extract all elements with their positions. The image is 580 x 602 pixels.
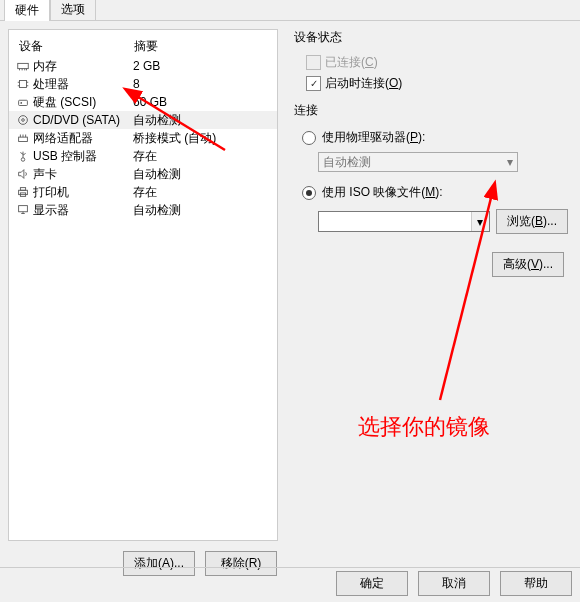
device-name: CD/DVD (SATA) [33,113,133,127]
device-value: 自动检测 [133,112,271,129]
physical-drive-value: 自动检测 [323,154,371,171]
device-list-header: 设备 摘要 [9,36,277,57]
connection-group: 连接 使用物理驱动器(P): 自动检测 ▾ 使用 ISO 映像文件(M): ▾ … [290,102,568,234]
connect-at-power-checkbox[interactable] [306,76,321,91]
device-name: 处理器 [33,76,133,93]
device-status-group: 设备状态 已连接(C) 启动时连接(O) [290,29,568,94]
disk-icon [15,94,31,110]
physical-drive-dropdown: 自动检测 ▾ [318,152,518,172]
device-row[interactable]: CD/DVD (SATA) 自动检测 [9,111,277,129]
header-device: 设备 [19,38,134,55]
physical-drive-label: 使用物理驱动器(P): [322,129,425,146]
help-button[interactable]: 帮助 [500,571,572,596]
device-row[interactable]: 声卡 自动检测 [9,165,277,183]
iso-file-label: 使用 ISO 映像文件(M): [322,184,443,201]
device-row[interactable]: 处理器 8 [9,75,277,93]
device-row[interactable]: 网络适配器 桥接模式 (自动) [9,129,277,147]
device-value: 自动检测 [133,166,271,183]
net-icon [15,130,31,146]
device-row[interactable]: 内存 2 GB [9,57,277,75]
svg-point-12 [19,116,28,125]
connect-at-power-label: 启动时连接(O) [325,75,402,92]
header-summary: 摘要 [134,38,267,55]
chevron-down-icon[interactable]: ▾ [471,212,489,231]
add-button[interactable]: 添加(A)... [123,551,195,576]
tab-hardware[interactable]: 硬件 [4,0,50,21]
iso-path-combo[interactable]: ▾ [318,211,490,232]
device-name: 网络适配器 [33,130,133,147]
printer-icon [15,184,31,200]
cd-icon [15,112,31,128]
device-value: 8 [133,77,271,91]
iso-file-radio[interactable] [302,186,316,200]
connected-checkbox [306,55,321,70]
device-value: 自动检测 [133,202,271,219]
memory-icon [15,58,31,74]
device-name: 打印机 [33,184,133,201]
device-row[interactable]: USB 控制器 存在 [9,147,277,165]
cancel-button[interactable]: 取消 [418,571,490,596]
svg-rect-23 [20,188,25,191]
svg-rect-14 [19,137,28,141]
device-name: 硬盘 (SCSI) [33,94,133,111]
svg-rect-5 [20,81,27,88]
device-value: 桥接模式 (自动) [133,130,271,147]
connected-label: 已连接(C) [325,54,378,71]
device-value: 2 GB [133,59,271,73]
svg-point-13 [22,119,25,122]
dialog-buttons: 确定 取消 帮助 [336,565,572,602]
remove-button[interactable]: 移除(R) [205,551,277,576]
tab-options[interactable]: 选项 [50,0,96,20]
svg-point-11 [20,102,22,104]
display-icon [15,202,31,218]
device-value: 60 GB [133,95,271,109]
svg-rect-25 [19,206,28,212]
device-row[interactable]: 打印机 存在 [9,183,277,201]
device-name: 内存 [33,58,133,75]
device-name: 声卡 [33,166,133,183]
svg-rect-0 [18,63,29,68]
sound-icon [15,166,31,182]
physical-drive-radio[interactable] [302,131,316,145]
cpu-icon [15,76,31,92]
chevron-down-icon: ▾ [507,155,513,169]
device-value: 存在 [133,184,271,201]
device-list-panel: 设备 摘要 内存 2 GB 处理器 8 硬盘 (SCSI) 60 GB CD/D… [8,29,278,541]
annotation-text: 选择你的镜像 [358,412,490,442]
device-row[interactable]: 显示器 自动检测 [9,201,277,219]
tab-bar: 硬件 选项 [0,0,580,21]
connection-title: 连接 [290,102,568,119]
device-status-title: 设备状态 [290,29,568,46]
device-value: 存在 [133,148,271,165]
device-name: 显示器 [33,202,133,219]
advanced-button[interactable]: 高级(V)... [492,252,564,277]
ok-button[interactable]: 确定 [336,571,408,596]
device-name: USB 控制器 [33,148,133,165]
browse-button[interactable]: 浏览(B)... [496,209,568,234]
usb-icon [15,148,31,164]
device-row[interactable]: 硬盘 (SCSI) 60 GB [9,93,277,111]
svg-point-18 [21,158,25,162]
svg-rect-10 [19,100,28,105]
